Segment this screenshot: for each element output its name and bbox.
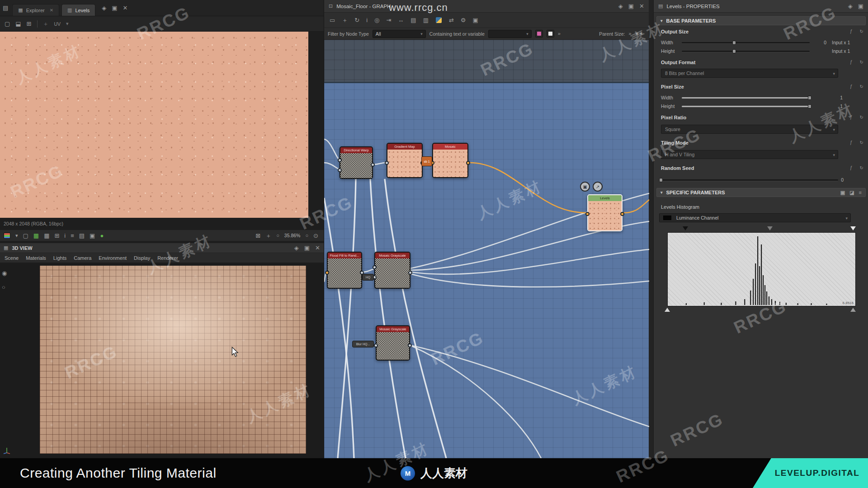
save-icon[interactable]: ⬓: [15, 21, 21, 27]
input-connector[interactable]: [585, 212, 590, 216]
options-icon[interactable]: ∗∗: [635, 31, 643, 36]
info-icon[interactable]: i: [366, 17, 368, 23]
close-icon[interactable]: ✕: [123, 5, 128, 11]
menu-environment[interactable]: Environment: [99, 255, 127, 261]
preset-icon[interactable]: ▣: [840, 190, 845, 195]
menu-renderer[interactable]: Renderer: [157, 255, 178, 261]
base-parameters-section[interactable]: ▾ BASE PARAMETERS: [656, 16, 866, 25]
levels-low-marker[interactable]: [683, 226, 688, 230]
pin-icon[interactable]: ◈: [102, 5, 106, 11]
graph-canvas[interactable]: Directional Warp Gradient Map sb 1 Mosai…: [324, 40, 649, 458]
new-view-icon[interactable]: ▢: [5, 21, 10, 27]
tiling-mode-dropdown[interactable]: H and V Tiling ▾: [661, 150, 838, 159]
node-directional-warp[interactable]: Directional Warp: [340, 146, 373, 179]
split-icon[interactable]: ⊞: [54, 233, 59, 239]
expose-function-icon[interactable]: ƒ: [850, 165, 853, 170]
input-connector[interactable]: [373, 265, 377, 269]
random-seed-value[interactable]: 0: [835, 177, 844, 183]
fit-view-icon[interactable]: ⊠: [255, 233, 260, 239]
pixel-width-value[interactable]: 1: [829, 95, 843, 100]
node-mosaic-grayscale-2[interactable]: Mosaic Grayscale: [376, 325, 410, 361]
reset-icon[interactable]: ↻: [860, 140, 863, 145]
output-connector[interactable]: [408, 343, 412, 347]
histogram-icon[interactable]: ≡: [71, 233, 74, 239]
menu-scene[interactable]: Scene: [5, 255, 19, 261]
zoom-level[interactable]: 35.86%: [284, 233, 301, 238]
output-format-dropdown[interactable]: 8 Bits per Channel ▾: [661, 69, 838, 78]
node-mosaic[interactable]: Mosaic: [432, 143, 468, 178]
reset-icon[interactable]: ↻: [860, 60, 863, 65]
channel-dropdown[interactable]: Luminance Channel ▾: [659, 213, 851, 222]
panel-divider[interactable]: [649, 0, 653, 458]
random-seed-slider[interactable]: [661, 179, 838, 181]
output-connector[interactable]: [620, 212, 624, 216]
expose-function-icon[interactable]: ƒ: [850, 29, 853, 34]
expose-function-icon[interactable]: ƒ: [850, 84, 853, 89]
input-connector[interactable]: [374, 343, 378, 347]
pixel-height-slider[interactable]: [682, 106, 810, 107]
float-icon[interactable]: ▣: [112, 5, 117, 11]
menu-lights[interactable]: Lights: [53, 255, 66, 261]
slider-handle[interactable]: [732, 49, 736, 53]
close-icon[interactable]: ✕: [639, 3, 644, 9]
contains-select[interactable]: ▾: [488, 30, 532, 38]
node-action-copy-icon[interactable]: ▣: [580, 182, 590, 192]
zoom-in-icon[interactable]: ○: [305, 233, 308, 238]
grid-icon[interactable]: ▦: [33, 233, 39, 239]
chevron-down-icon[interactable]: ▾: [66, 21, 69, 26]
info-icon[interactable]: i: [64, 233, 66, 239]
list-icon[interactable]: ▤: [79, 233, 85, 239]
tab-explorer[interactable]: ▦ Explorer ✕: [12, 4, 59, 16]
input-connector[interactable]: [385, 161, 389, 165]
float-icon[interactable]: ▣: [628, 3, 634, 9]
node-levels[interactable]: Levels: [587, 194, 623, 231]
slider-handle[interactable]: [808, 96, 811, 100]
pin-icon[interactable]: ◈: [848, 3, 853, 9]
output-connector[interactable]: [371, 163, 375, 167]
levels-histogram[interactable]: 6.8516: [667, 232, 856, 306]
specific-parameters-section[interactable]: ▾ SPECIFIC PARAMETERS ▣ ◪ ≡: [656, 188, 866, 197]
move-icon[interactable]: ＋: [342, 17, 348, 23]
width-value[interactable]: 0: [813, 40, 826, 45]
node-action-expand-icon[interactable]: ↗: [593, 182, 603, 192]
light-icon[interactable]: ○: [2, 284, 7, 290]
center-view-icon[interactable]: ＋: [265, 233, 271, 239]
reset-icon[interactable]: ↻: [860, 165, 863, 170]
notes-icon[interactable]: ▥: [423, 17, 429, 23]
levels-mid-marker[interactable]: [767, 226, 773, 230]
pin-icon[interactable]: ◈: [618, 3, 623, 9]
swap-icon[interactable]: ⇄: [449, 17, 454, 23]
node-type-select[interactable]: All ▾: [373, 30, 426, 38]
input-connector[interactable]: [338, 168, 342, 172]
background-icon[interactable]: ▢: [23, 233, 28, 239]
list-icon[interactable]: ▤: [410, 17, 416, 23]
tiles-icon[interactable]: ▦: [44, 233, 49, 239]
menu-materials[interactable]: Materials: [26, 255, 46, 261]
transform-icon[interactable]: ＋: [43, 21, 49, 27]
pin-icon[interactable]: ◈: [294, 245, 299, 251]
float-icon[interactable]: ▣: [304, 245, 310, 251]
more-icon[interactable]: »: [628, 31, 631, 36]
output-connector[interactable]: [408, 271, 412, 275]
link-icon[interactable]: ↔: [398, 17, 404, 23]
node-badge-blur[interactable]: Blur HQ...: [352, 341, 374, 347]
node-gradient-map[interactable]: Gradient Map: [387, 143, 423, 178]
python-icon[interactable]: [435, 17, 442, 23]
close-icon[interactable]: ✕: [315, 245, 320, 251]
compare-icon[interactable]: ◪: [849, 190, 854, 195]
slider-handle[interactable]: [808, 104, 811, 108]
reset-icon[interactable]: ↻: [860, 84, 863, 89]
slider-handle[interactable]: [732, 41, 736, 45]
pixel-width-slider[interactable]: [682, 97, 810, 99]
input-connector[interactable]: [338, 158, 342, 162]
uv-mode-label[interactable]: UV: [54, 21, 61, 27]
color-filter-icon[interactable]: [535, 30, 543, 38]
pixel-ratio-dropdown[interactable]: Square ▾: [661, 125, 838, 134]
close-icon[interactable]: ✕: [50, 8, 53, 13]
screenshot-icon[interactable]: ▣: [473, 17, 478, 23]
rotate-icon[interactable]: ↻: [354, 17, 359, 23]
copy-icon[interactable]: ⊞: [27, 21, 32, 27]
frame-icon[interactable]: ▭: [330, 17, 335, 23]
height-slider[interactable]: [682, 51, 810, 52]
output-connector[interactable]: [466, 161, 470, 165]
